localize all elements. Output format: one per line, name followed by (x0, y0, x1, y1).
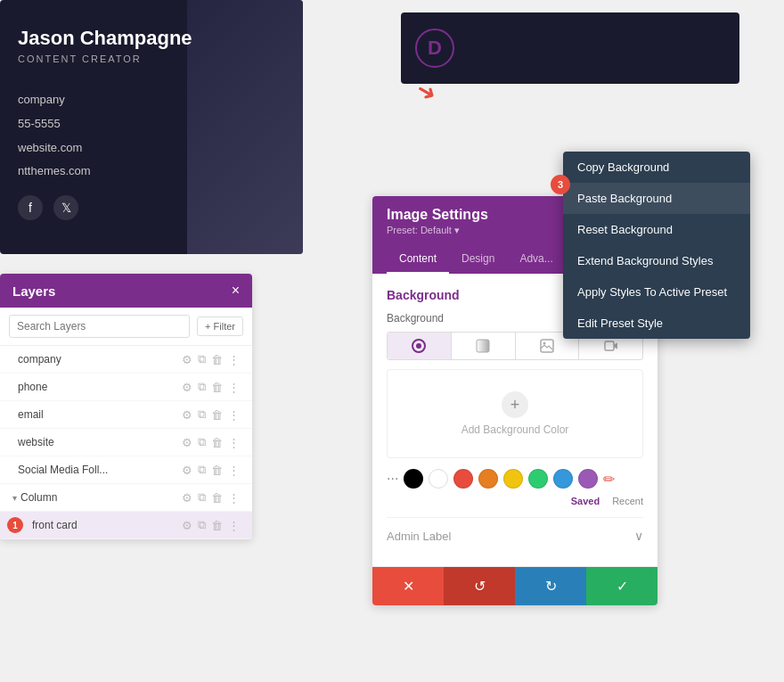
bg-type-gradient[interactable] (452, 333, 516, 359)
svg-rect-5 (605, 341, 614, 350)
swatch-orange[interactable] (478, 469, 498, 489)
layer-icons-company: ⚙ ⧉ 🗑 ⋮ (182, 352, 240, 366)
redo-button[interactable]: ↻ (515, 567, 586, 605)
layer-item-phone[interactable]: phone ⚙ ⧉ 🗑 ⋮ (0, 374, 252, 401)
layers-search-bar: + Filter (0, 308, 252, 346)
twitter-icon[interactable]: 𝕏 (53, 195, 78, 220)
layer-item-frontcard[interactable]: 1 front card ⚙ ⧉ 🗑 ⋮ (0, 512, 252, 539)
layer-settings-icon[interactable]: ⚙ (182, 408, 192, 422)
layer-icons-frontcard: ⚙ ⧉ 🗑 ⋮ (182, 518, 240, 532)
card-social: f 𝕏 (18, 195, 192, 220)
swatch-black[interactable] (404, 469, 423, 489)
layer-more-icon[interactable]: ⋮ (228, 436, 240, 449)
card-company: company (18, 91, 192, 110)
divi-d-logo: D (415, 29, 454, 68)
swatch-blue[interactable] (553, 469, 573, 489)
layer-settings-icon[interactable]: ⚙ (182, 381, 192, 394)
cancel-button[interactable]: ✕ (372, 567, 444, 605)
layer-more-icon[interactable]: ⋮ (228, 408, 240, 422)
layer-settings-icon[interactable]: ⚙ (182, 464, 192, 477)
layer-item-website[interactable]: website ⚙ ⧉ 🗑 ⋮ (0, 429, 252, 456)
layer-settings-icon[interactable]: ⚙ (182, 436, 192, 449)
layer-more-icon[interactable]: ⋮ (228, 491, 240, 505)
admin-label-row[interactable]: Admin Label ∨ (387, 517, 643, 554)
card-name: Jason Champagne (18, 27, 192, 50)
facebook-icon[interactable]: f (18, 195, 43, 220)
layer-icons-email: ⚙ ⧉ 🗑 ⋮ (182, 407, 240, 422)
layer-duplicate-icon[interactable]: ⧉ (198, 352, 206, 366)
layer-delete-icon[interactable]: 🗑 (211, 436, 223, 449)
admin-label-chevron-icon: ∨ (634, 529, 643, 543)
bg-type-color[interactable] (388, 333, 452, 359)
layers-filter-button[interactable]: + Filter (197, 316, 243, 336)
undo-button[interactable]: ↺ (444, 567, 515, 605)
layer-settings-icon[interactable]: ⚙ (182, 519, 192, 532)
layer-more-icon[interactable]: ⋮ (228, 353, 240, 366)
swatch-red[interactable] (453, 469, 473, 489)
color-picker-icon[interactable]: ✏ (603, 471, 615, 488)
layer-icons-column: ⚙ ⧉ 🗑 ⋮ (182, 490, 240, 505)
layer-name-phone: phone (18, 381, 182, 393)
layer-item-column[interactable]: ▾ Column ⚙ ⧉ 🗑 ⋮ (0, 484, 252, 512)
swatch-purple[interactable] (578, 469, 598, 489)
layer-icons-website: ⚙ ⧉ 🗑 ⋮ (182, 435, 240, 449)
layer-item-social[interactable]: Social Media Foll... ⚙ ⧉ 🗑 ⋮ (0, 456, 252, 484)
bg-color-area[interactable]: + Add Background Color (387, 369, 643, 458)
context-reset-background[interactable]: Reset Background (563, 214, 750, 245)
layer-name-social: Social Media Foll... (18, 464, 182, 476)
layer-delete-icon[interactable]: 🗑 (211, 381, 223, 394)
layer-settings-icon[interactable]: ⚙ (182, 353, 192, 366)
add-color-icon: + (502, 391, 528, 418)
add-color-text: Add Background Color (461, 423, 569, 436)
tab-advanced[interactable]: Adva... (507, 245, 565, 274)
layer-name-column: Column (20, 491, 182, 504)
recent-tab[interactable]: Recent (612, 496, 643, 506)
card-info: Jason Champagne CONTENT CREATOR company … (18, 27, 192, 220)
layer-name-email: email (18, 408, 182, 421)
context-copy-background[interactable]: Copy Background (563, 152, 750, 183)
context-edit-preset-style[interactable]: Edit Preset Style (563, 308, 750, 339)
admin-label-text: Admin Label (387, 530, 451, 543)
context-apply-styles-preset[interactable]: Apply Styles To Active Preset (563, 276, 750, 308)
context-extend-background-styles[interactable]: Extend Background Styles (563, 245, 750, 276)
layer-duplicate-icon[interactable]: ⧉ (198, 435, 206, 449)
layer-item-email[interactable]: email ⚙ ⧉ 🗑 ⋮ (0, 401, 252, 429)
layer-duplicate-icon[interactable]: ⧉ (198, 380, 206, 394)
card-email: ntthemes.com (18, 162, 192, 181)
layer-delete-icon[interactable]: 🗑 (211, 519, 223, 532)
saved-recent-tabs: Saved Recent (387, 496, 643, 506)
card-preview: Jason Champagne CONTENT CREATOR company … (0, 0, 303, 254)
saved-tab[interactable]: Saved (571, 496, 600, 506)
layer-delete-icon[interactable]: 🗑 (211, 491, 223, 505)
layer-duplicate-icon[interactable]: ⧉ (198, 463, 206, 477)
layer-more-icon[interactable]: ⋮ (228, 519, 240, 532)
section-title-text: Background (387, 288, 460, 302)
layer-name-website: website (18, 436, 182, 448)
layer-more-icon[interactable]: ⋮ (228, 464, 240, 477)
layer-delete-icon[interactable]: 🗑 (211, 408, 223, 422)
layer-duplicate-icon[interactable]: ⧉ (198, 407, 206, 422)
layers-close-button[interactable]: × (232, 283, 240, 299)
layer-delete-icon[interactable]: 🗑 (211, 464, 223, 477)
card-website: website.com (18, 139, 192, 158)
layer-delete-icon[interactable]: 🗑 (211, 353, 223, 366)
layer-item-company[interactable]: company ⚙ ⧉ 🗑 ⋮ (0, 346, 252, 374)
swatches-more-icon[interactable]: ··· (387, 471, 398, 487)
layer-duplicate-icon[interactable]: ⧉ (198, 518, 206, 532)
tab-design[interactable]: Design (449, 245, 507, 274)
swatch-yellow[interactable] (503, 469, 523, 489)
save-button[interactable]: ✓ (586, 567, 657, 605)
svg-rect-3 (541, 340, 553, 352)
layer-settings-icon[interactable]: ⚙ (182, 491, 192, 505)
swatch-white[interactable] (429, 469, 448, 489)
swatch-green[interactable] (528, 469, 548, 489)
card-title: CONTENT CREATOR (18, 53, 192, 64)
layer-more-icon[interactable]: ⋮ (228, 381, 240, 394)
context-paste-background[interactable]: Paste Background (563, 183, 750, 214)
tab-content[interactable]: Content (387, 245, 449, 274)
layer-name-frontcard: front card (32, 519, 182, 531)
video-icon (604, 339, 618, 353)
layers-search-input[interactable] (9, 315, 190, 338)
svg-rect-2 (477, 340, 489, 352)
layer-duplicate-icon[interactable]: ⧉ (198, 490, 206, 505)
